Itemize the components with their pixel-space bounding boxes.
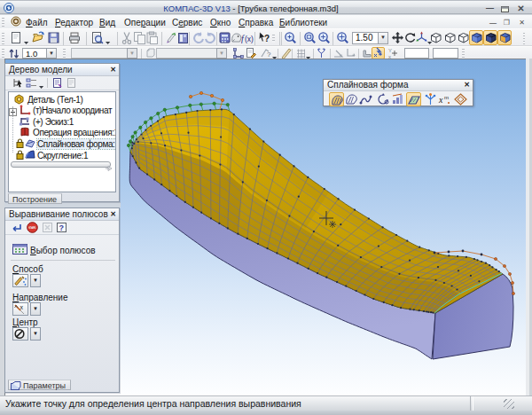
svg-text:m: m <box>444 95 449 100</box>
svg-text:x: x <box>438 95 443 105</box>
svg-text:?: ? <box>59 223 65 232</box>
svg-text:?: ? <box>264 34 270 43</box>
svg-text:Y: Y <box>388 48 392 53</box>
svg-text:x: x <box>20 304 24 310</box>
svg-text:(x): (x) <box>245 35 254 43</box>
svg-text:STOP: STOP <box>29 226 37 230</box>
svg-text:?: ? <box>267 51 271 59</box>
